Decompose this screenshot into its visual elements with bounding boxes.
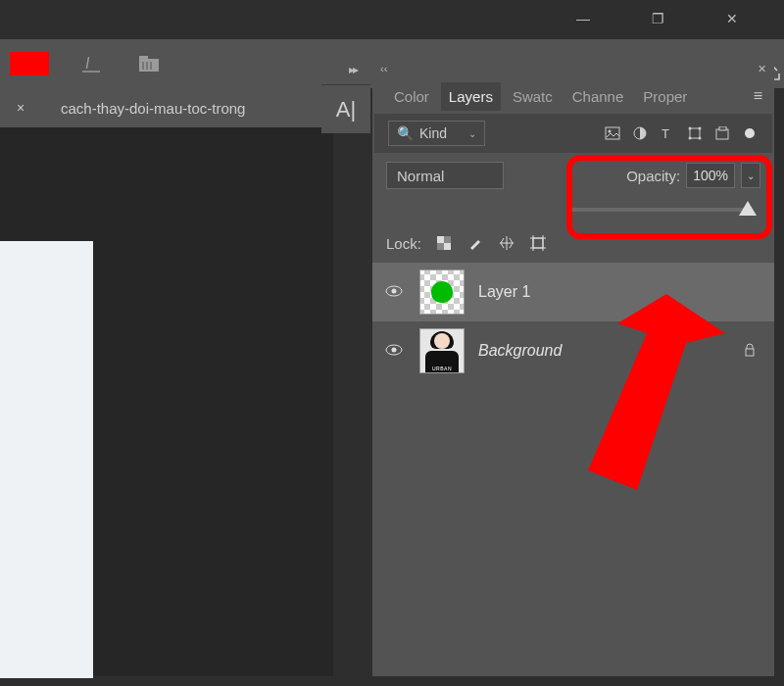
blend-opacity-row: Normal Opacity: 100% ⌄ xyxy=(372,153,774,198)
svg-point-12 xyxy=(689,127,692,130)
opacity-slider-track[interactable] xyxy=(568,208,751,212)
close-tab-button[interactable]: × xyxy=(10,100,31,116)
lock-label: Lock: xyxy=(386,235,421,252)
type-tool-icon[interactable]: I xyxy=(78,50,106,77)
svg-text:I: I xyxy=(85,55,90,72)
visibility-toggle[interactable] xyxy=(382,342,406,360)
opacity-label: Opacity: xyxy=(626,168,680,184)
document-canvas[interactable] xyxy=(0,241,93,678)
close-window-button[interactable]: ✕ xyxy=(710,0,755,37)
layer-name[interactable]: Layer 1 xyxy=(478,283,530,301)
opacity-slider-thumb[interactable] xyxy=(739,201,757,216)
foreground-color-swatch[interactable] xyxy=(10,52,49,75)
lock-position-icon[interactable] xyxy=(498,234,515,252)
filter-toggle-icon[interactable] xyxy=(741,124,759,142)
opacity-control: Opacity: 100% ⌄ xyxy=(626,163,760,188)
lock-transparency-icon[interactable] xyxy=(435,234,453,252)
collapse-icon: ▸▸ xyxy=(349,63,357,76)
window-controls: — ❐ ✕ xyxy=(561,0,784,37)
svg-rect-21 xyxy=(444,236,451,243)
panel-menu-icon[interactable]: ≡ xyxy=(748,87,768,105)
canvas-area[interactable] xyxy=(0,127,333,676)
document-tab-bar: × cach-thay-doi-mau-toc-trong xyxy=(0,88,333,127)
svg-rect-3 xyxy=(139,56,148,61)
svg-point-31 xyxy=(392,348,397,353)
svg-rect-11 xyxy=(690,128,700,138)
layers-panel: ‹‹ ✕ Color Layers Swatc Channe Proper ≡ … xyxy=(372,59,774,676)
svg-point-29 xyxy=(392,289,397,294)
tab-channels[interactable]: Channe xyxy=(564,82,632,111)
filter-kind-label: Kind xyxy=(419,125,447,141)
svg-rect-23 xyxy=(533,238,543,248)
tab-swatches[interactable]: Swatc xyxy=(505,82,561,111)
filter-type-icons: T xyxy=(604,124,759,142)
opacity-value-field[interactable]: 100% xyxy=(686,163,735,188)
document-tab-title[interactable]: cach-thay-doi-mau-toc-trong xyxy=(61,100,245,117)
layer-row-background[interactable]: URBAN Background xyxy=(372,321,774,380)
folder-icon[interactable] xyxy=(135,50,163,77)
filter-adjustment-icon[interactable] xyxy=(631,124,649,142)
lock-artboard-icon[interactable] xyxy=(529,234,547,252)
panel-close-icon[interactable]: ✕ xyxy=(758,63,766,74)
layer-row-layer1[interactable]: Layer 1 xyxy=(372,263,774,321)
filter-kind-dropdown[interactable]: 🔍 Kind ⌄ xyxy=(388,121,485,146)
tab-color[interactable]: Color xyxy=(386,82,437,111)
svg-rect-7 xyxy=(606,127,619,139)
minimize-button[interactable]: — xyxy=(561,0,606,37)
panel-header-strip: ‹‹ ✕ xyxy=(372,59,774,78)
character-panel-icon[interactable]: A| xyxy=(321,84,370,133)
layer-thumbnail[interactable]: URBAN xyxy=(419,328,465,373)
svg-rect-22 xyxy=(437,243,444,250)
svg-text:T: T xyxy=(662,126,669,140)
layer-filter-row: 🔍 Kind ⌄ T xyxy=(374,114,772,153)
lock-icon xyxy=(743,343,757,360)
svg-rect-32 xyxy=(746,349,754,356)
svg-rect-17 xyxy=(719,126,726,130)
panel-tab-bar: Color Layers Swatc Channe Proper ≡ xyxy=(372,78,774,114)
filter-type-icon[interactable]: T xyxy=(659,124,676,142)
blend-mode-value: Normal xyxy=(397,168,444,184)
restore-button[interactable]: ❐ xyxy=(635,0,680,37)
search-icon: 🔍 xyxy=(397,125,414,141)
opacity-slider-row xyxy=(372,198,774,223)
filter-shape-icon[interactable] xyxy=(686,124,704,142)
svg-point-18 xyxy=(745,128,755,138)
layer-thumbnail[interactable] xyxy=(419,270,465,315)
tab-layers[interactable]: Layers xyxy=(441,82,501,111)
blend-mode-dropdown[interactable]: Normal xyxy=(386,162,504,189)
opacity-dropdown-button[interactable]: ⌄ xyxy=(741,163,760,188)
svg-point-13 xyxy=(699,127,702,130)
svg-point-15 xyxy=(699,137,702,140)
svg-rect-19 xyxy=(437,236,444,243)
filter-smartobject-icon[interactable] xyxy=(713,124,731,142)
panel-collapse-left-icon[interactable]: ‹‹ xyxy=(380,63,387,74)
lock-row: Lock: xyxy=(372,223,774,263)
tab-properties[interactable]: Proper xyxy=(635,82,695,111)
svg-point-14 xyxy=(689,137,692,140)
visibility-toggle[interactable] xyxy=(382,283,406,301)
svg-rect-20 xyxy=(444,243,451,250)
lock-pixels-icon[interactable] xyxy=(466,234,484,252)
svg-point-8 xyxy=(609,130,612,133)
chevron-down-icon: ⌄ xyxy=(468,128,476,139)
filter-pixel-icon[interactable] xyxy=(604,124,621,142)
layer-name[interactable]: Background xyxy=(478,342,562,360)
